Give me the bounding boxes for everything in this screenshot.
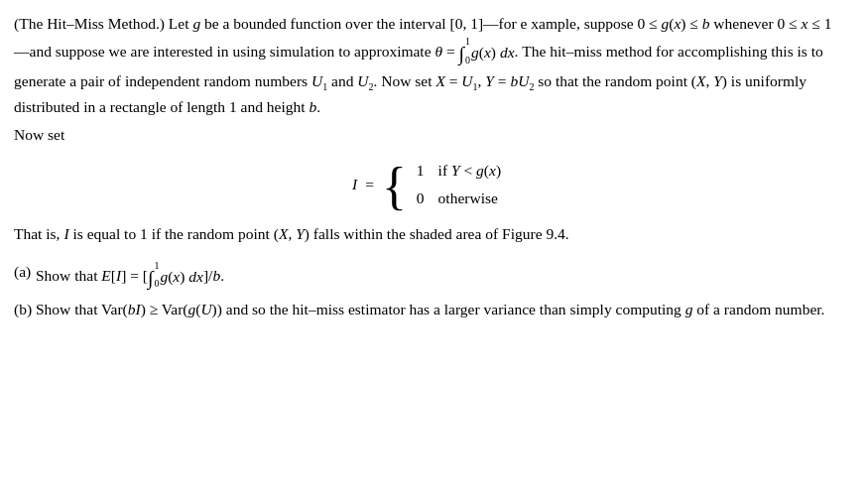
left-brace: { (382, 161, 407, 212)
part-a-int-body: g(x) dx (160, 265, 203, 289)
integral-bounds: 10 (465, 34, 470, 67)
part-a-label: (a) (14, 260, 36, 284)
integral-theta: ∫10 g(x) dx (459, 36, 515, 69)
part-a-integral: ∫10 g(x) dx (148, 260, 203, 294)
part-b-label: (b) (14, 298, 36, 321)
case-row-1: 1 if Y < g(x) (417, 157, 501, 185)
integral-symbol: ∫ (459, 44, 464, 63)
integral-lower: 0 (465, 53, 470, 68)
main-content: (The Hit–Miss Method.) Let g be a bounde… (14, 12, 839, 321)
integral-body: g(x) dx (471, 41, 515, 64)
cases-table: 1 if Y < g(x) 0 otherwise (417, 157, 501, 212)
intro-paragraph: (The Hit–Miss Method.) Let g be a bounde… (14, 12, 839, 119)
equals: = (365, 173, 374, 196)
case-row-2: 0 otherwise (417, 185, 501, 212)
that-is-text: That is, I is equal to 1 if the random p… (14, 225, 569, 242)
part-b-text: Show that Var(bI) ≥ Var(g(U)) and so the… (36, 298, 839, 321)
that-is-paragraph: That is, I is equal to 1 if the random p… (14, 222, 839, 246)
part-a-int-lower: 0 (154, 276, 159, 292)
part-a: (a) Show that E[I] = [∫10 g(x) dx]/b. (14, 260, 839, 294)
part-a-int-upper: 1 (154, 258, 159, 274)
part-a-int-bounds: 10 (154, 258, 159, 292)
case2-value: 0 (417, 185, 438, 212)
case1-condition: if Y < g(x) (438, 157, 501, 185)
part-a-int-symbol: ∫ (148, 268, 153, 288)
part-b: (b) Show that Var(bI) ≥ Var(g(U)) and so… (14, 298, 839, 321)
case1-value: 1 (417, 157, 438, 185)
part-a-text: Show that E[I] = [∫10 g(x) dx]/b. (36, 260, 839, 294)
case2-condition: otherwise (438, 185, 501, 212)
integral-upper: 1 (465, 34, 470, 50)
parts-section: (a) Show that E[I] = [∫10 g(x) dx]/b. (b… (14, 260, 839, 321)
piecewise-definition: I = { 1 if Y < g(x) 0 otherwise (14, 157, 839, 212)
now-set-text: Now set (14, 126, 64, 143)
now-set-label: Now set (14, 123, 839, 147)
piecewise-variable: I (352, 173, 357, 196)
